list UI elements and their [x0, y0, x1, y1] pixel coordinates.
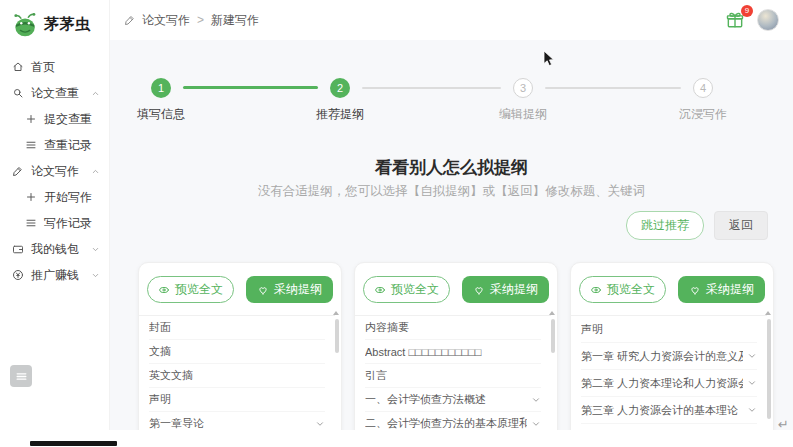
sidebar-item-submit-check[interactable]: 提交查重 [0, 106, 109, 132]
main-content: 1填写信息2推荐提纲3编辑提纲4沉浸写作 看看别人怎么拟提纲 没有合适提纲，您可… [110, 40, 793, 430]
sidebar-item-start-writing[interactable]: 开始写作 [0, 184, 109, 210]
scroll-up-arrow-icon[interactable] [765, 311, 771, 315]
preview-full-text-button[interactable]: 预览全文 [363, 276, 450, 303]
outline-item-label: 封面 [149, 320, 171, 335]
bug-logo-icon [12, 11, 39, 38]
top-bar: 论文写作 > 新建写作 9 [110, 0, 793, 40]
adopt-outline-button[interactable]: 采纳提纲 [678, 276, 765, 303]
eye-icon [374, 284, 386, 296]
step-number: 2 [330, 78, 350, 98]
sidebar-item-promote-earn[interactable]: 推广赚钱 [0, 262, 109, 288]
sidebar-item-check-records[interactable]: 查重记录 [0, 132, 109, 158]
card-buttons: 预览全文采纳提纲 [571, 263, 773, 315]
chevron-down-icon [747, 351, 757, 361]
preview-full-text-button[interactable]: 预览全文 [147, 276, 234, 303]
sidebar-item-writing-records[interactable]: 写作记录 [0, 210, 109, 236]
outline-item-expandable[interactable]: 第三章 人力资源会计的基本理论 [581, 397, 757, 424]
step-1: 1填写信息 [110, 78, 221, 123]
gift-badge: 9 [741, 5, 753, 17]
sidebar-item-label: 写作记录 [44, 215, 92, 232]
outline-item: 英文文摘 [149, 364, 325, 388]
heart-icon [257, 284, 269, 296]
outline-item-label: 第四章 人力资源资本化的计量模型 [581, 430, 743, 431]
scroll-up-arrow-icon[interactable] [549, 311, 555, 315]
step-number: 3 [513, 78, 533, 98]
outline-item-expandable[interactable]: 第二章 人力资本理论和人力资源会计的产生与发展 [581, 370, 757, 397]
chevron-down-icon [91, 245, 100, 254]
gift-button[interactable]: 9 [725, 10, 745, 30]
scrollbar-thumb[interactable] [335, 319, 339, 353]
sidebar-item-label: 我的钱包 [31, 241, 79, 258]
return-arrow-artifact: ↵ [778, 417, 789, 432]
card-buttons: 预览全文采纳提纲 [139, 263, 341, 315]
outline-card-2: 预览全文采纳提纲内容摘要Abstract □□□□□□□□□□□引言一、会计学侦… [354, 262, 558, 430]
preview-full-text-button[interactable]: 预览全文 [579, 276, 666, 303]
outline-item-label: 第一章 研究人力资源会计的意义及制约因素分析 [581, 349, 743, 364]
outline-item-label: 声明 [149, 392, 171, 407]
outline-item-expandable[interactable]: 一、会计学侦查方法概述 [365, 388, 541, 412]
floating-menu-button[interactable] [10, 365, 32, 387]
scrollbar-thumb[interactable] [551, 319, 555, 353]
sidebar-item-home[interactable]: 首页 [0, 54, 109, 80]
sidebar-item-paper-writing[interactable]: 论文写作 [0, 158, 109, 184]
wallet-icon [12, 243, 24, 255]
chevron-down-icon [747, 405, 757, 415]
outline-item-label: 二、会计学侦查方法的基本原理和方法 [365, 416, 527, 430]
back-button[interactable]: 返回 [714, 211, 768, 240]
outline-item-expandable[interactable]: 第四章 人力资源资本化的计量模型 [581, 424, 757, 430]
breadcrumb-current: 新建写作 [211, 12, 259, 29]
outline-item-label: 内容摘要 [365, 320, 409, 335]
sidebar-item-label: 论文查重 [31, 85, 79, 102]
step-4: 4沉浸写作 [643, 78, 763, 123]
outline-card-3: 预览全文采纳提纲声明第一章 研究人力资源会计的意义及制约因素分析第二章 人力资本… [570, 262, 774, 430]
adopt-outline-button[interactable]: 采纳提纲 [462, 276, 549, 303]
skip-recommend-button[interactable]: 跳过推荐 [626, 211, 704, 240]
chevron-up-icon [91, 167, 100, 176]
page-title: 看看别人怎么拟提纲 [110, 156, 793, 179]
chevron-down-icon [531, 395, 541, 405]
outline-list: 声明第一章 研究人力资源会计的意义及制约因素分析第二章 人力资本理论和人力资源会… [571, 315, 767, 430]
outline-item-label: 第一章导论 [149, 416, 204, 430]
preview-label: 预览全文 [175, 281, 223, 298]
adopt-label: 采纳提纲 [274, 281, 322, 298]
sidebar-menu: 首页论文查重提交查重查重记录论文写作开始写作写作记录我的钱包推广赚钱 [0, 54, 109, 288]
heart-icon [689, 284, 701, 296]
chevron-down-icon [91, 271, 100, 280]
cards-row: 预览全文采纳提纲封面文摘英文文摘声明第一章导论预览全文采纳提纲内容摘要Abstr… [138, 262, 774, 430]
eye-icon [590, 284, 602, 296]
chevron-down-icon [747, 378, 757, 388]
bottom-bar-artifact [30, 441, 117, 446]
breadcrumb-separator: > [197, 13, 204, 27]
scroll-up-arrow-icon[interactable] [333, 311, 339, 315]
sidebar-item-my-wallet[interactable]: 我的钱包 [0, 236, 109, 262]
step-label: 沉浸写作 [643, 106, 763, 123]
breadcrumb-section[interactable]: 论文写作 [142, 12, 190, 29]
stepper: 1填写信息2推荐提纲3编辑提纲4沉浸写作 [110, 40, 793, 120]
sidebar-item-label: 开始写作 [44, 189, 92, 206]
adopt-outline-button[interactable]: 采纳提纲 [246, 276, 333, 303]
outline-item-expandable[interactable]: 第一章导论 [149, 412, 325, 430]
chevron-down-icon [315, 419, 325, 429]
sidebar-item-label: 查重记录 [44, 137, 92, 154]
scrollbar-thumb[interactable] [767, 319, 771, 419]
outline-list: 内容摘要Abstract □□□□□□□□□□□引言一、会计学侦查方法概述二、会… [355, 315, 551, 430]
list-icon [25, 217, 37, 229]
sidebar-item-label: 提交查重 [44, 111, 92, 128]
outline-item-expandable[interactable]: 二、会计学侦查方法的基本原理和方法 [365, 412, 541, 430]
outline-item-label: 第二章 人力资本理论和人力资源会计的产生与发展 [581, 376, 743, 391]
topbar-right: 9 [725, 9, 779, 31]
avatar[interactable] [757, 9, 779, 31]
step-label: 编辑提纲 [463, 106, 583, 123]
outline-item: 声明 [581, 316, 757, 343]
step-number: 4 [693, 78, 713, 98]
outline-item-expandable[interactable]: 第一章 研究人力资源会计的意义及制约因素分析 [581, 343, 757, 370]
app-title: 茅茅虫 [44, 15, 91, 34]
outline-item-label: 引言 [365, 368, 387, 383]
eye-icon [158, 284, 170, 296]
app-logo[interactable]: 茅茅虫 [0, 0, 109, 54]
yuan-icon [12, 269, 24, 281]
outline-list: 封面文摘英文文摘声明第一章导论 [139, 315, 335, 430]
adopt-label: 采纳提纲 [490, 281, 538, 298]
sidebar-item-paper-check[interactable]: 论文查重 [0, 80, 109, 106]
sidebar-item-label: 推广赚钱 [31, 267, 79, 284]
